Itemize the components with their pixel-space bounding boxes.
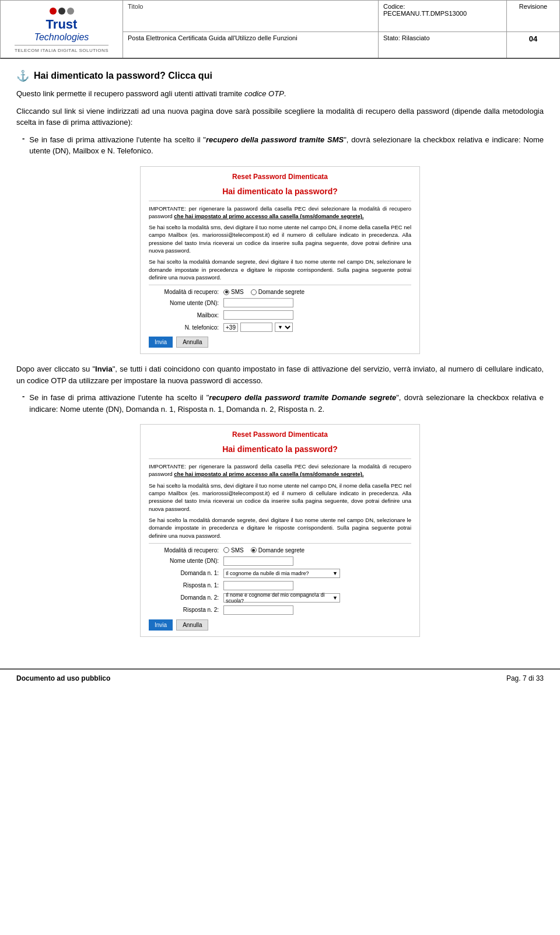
ss1-important-text: IMPORTANTE: per rigenerare la password d… [149,205,411,220]
ss2-risposta1-row: Risposta n. 1: [149,581,411,590]
para1-italic: codice OTP [244,89,284,98]
paragraph-3: Dopo aver cliccato su "Invia", se tutti … [16,363,544,386]
ss1-nome-label: Nome utente (DN): [149,300,219,306]
ss1-tel-row: N. telefonico: +39 ▼ [149,323,411,332]
ss1-tel-label: N. telefonico: [149,324,219,331]
ss2-risposta1-label: Risposta n. 1: [149,582,219,589]
ss1-tel-group: +39 ▼ [223,323,293,332]
ss2-risposta2-label: Risposta n. 2: [149,607,219,613]
ss2-nome-input[interactable] [223,556,293,566]
bullet2-pre: Se in fase di prima attivazione l'utente… [29,393,209,402]
codice-label: Codice: [383,3,405,10]
ss2-important-text: IMPORTANTE: per rigenerare la password d… [149,463,411,478]
ss2-domande-radio-label: Domande segrete [258,547,305,554]
ss2-domanda2-value: Il nome e cognome del mio compagno\a di … [226,592,332,604]
ss1-domande-radio[interactable]: Domande segrete [251,289,305,295]
ss1-nome-row: Nome utente (DN): [149,298,411,307]
ss2-modalita-row: Modalità di recupero: SMS Domande segret… [149,547,411,554]
ss2-domanda1-row: Domanda n. 1: Il cognome da nubile di mi… [149,569,411,578]
para1-pre: Questo link permette il recupero passwor… [16,89,244,98]
bullet-item-domande: - Se in fase di prima attivazione l'uten… [16,392,544,415]
revisione-label: Revisione [507,1,559,32]
ss1-modalita-row: Modalità di recupero: SMS Domande segret… [149,289,411,295]
ss2-domande-text: Se hai scelto la modalità domande segret… [149,516,411,540]
company-logo: Trust Technologies TELECOM ITALIA DIGITA… [1,1,123,58]
ss1-annulla-button[interactable]: Annulla [176,337,208,348]
ss1-sms-radio[interactable]: SMS [223,289,244,295]
ss1-tel-select[interactable]: ▼ [275,323,293,332]
ss2-domanda2-arrow: ▼ [332,595,338,601]
ss1-domande-radio-circle [251,289,257,295]
ss2-nome-row: Nome utente (DN): [149,556,411,566]
ss2-button-row: Invia Annulla [149,619,411,631]
ss2-domanda1-select[interactable]: Il cognome da nubile di mia madre? ▼ [223,569,340,578]
codice-header: Codice: PECEMANU.TT.DMPS13000 [379,1,507,32]
ss1-sms-text: Se hai scelto la modalità sms, devi digi… [149,223,411,254]
ss1-button-row: Invia Annulla [149,337,411,348]
ss2-sms-radio-label: SMS [231,547,244,554]
bullet-item-sms: - Se in fase di prima attivazione l'uten… [16,134,544,157]
ss2-risposta2-row: Risposta n. 2: [149,605,411,615]
bullet2-bold: recupero della password tramite Domande … [209,393,396,402]
ss1-tel-number-input[interactable] [240,323,272,332]
ss1-mailbox-row: Mailbox: [149,310,411,320]
logo-dot-red [50,8,57,15]
ss2-risposta1-input[interactable] [223,581,293,590]
ss1-modalita-label: Modalità di recupero: [149,289,219,295]
titolo-value: Posta Elettronica Certificata Guida all'… [123,32,379,58]
paragraph-1: Questo link permette il recupero passwor… [16,88,544,100]
logo-trust-text: Trust [15,17,108,32]
stato-value: Stato: Rilasciato [379,32,507,58]
para1-end: . [284,89,286,98]
ss2-sms-radio[interactable]: SMS [223,547,244,554]
ss2-domande-radio-circle [251,547,257,553]
ss1-mailbox-input[interactable] [223,310,293,320]
ss1-invia-button[interactable]: Invia [149,337,173,348]
ss2-domanda1-arrow: ▼ [332,570,338,576]
section-title-text: Hai dimenticato la password? Clicca qui [34,71,212,81]
ss2-risposta2-input[interactable] [223,605,293,615]
ss1-sms-radio-label: SMS [231,289,244,295]
screenshot-sms: Reset Password Dimenticata Hai dimentica… [140,166,420,355]
bullet1-pre: Se in fase di prima attivazione l'utente… [29,135,206,144]
ss2-domanda1-value: Il cognome da nubile di mia madre? [226,570,309,576]
ss1-tel-prefix: +39 [223,323,238,332]
ss2-domanda2-select[interactable]: Il nome e cognome del mio compagno\a di … [223,593,340,603]
logo-tech-text: Technologies [15,32,108,43]
titolo-label: Titolo [123,1,379,32]
ss1-nome-input[interactable] [223,298,293,307]
bullet-text-1: Se in fase di prima attivazione l'utente… [29,134,544,157]
ss2-annulla-button[interactable]: Annulla [176,619,208,631]
ss2-invia-button[interactable]: Invia [149,619,173,631]
bullet1-bold: recupero della password tramite SMS [206,135,344,144]
logo-dot-dark [58,8,65,15]
revisione-value: 04 [507,32,559,58]
footer-right-text: Pag. 7 di 33 [506,674,544,682]
logo-dot-gray [67,8,74,15]
ss2-domanda2-label: Domanda n. 2: [149,594,219,601]
ss1-domande-radio-label: Domande segrete [258,289,305,295]
ss2-nome-label: Nome utente (DN): [149,558,219,564]
ss1-sms-radio-circle [223,289,229,295]
para3-bold: Invia [95,365,113,373]
ss1-important-underline: che hai impostato al primo accesso alla … [174,213,363,219]
para3-pre: Dopo aver cliccato su " [16,365,95,373]
ss1-main-title: Hai dimenticato la password? [149,187,411,196]
ss2-domande-radio[interactable]: Domande segrete [251,547,305,554]
ss2-modalita-label: Modalità di recupero: [149,547,219,554]
paragraph-2: Cliccando sul link si viene indirizzati … [16,106,544,128]
screenshot-domande: Reset Password Dimenticata Hai dimentica… [140,424,420,637]
ss1-radio-group[interactable]: SMS Domande segrete [223,289,304,295]
ss2-main-title: Hai dimenticato la password? [149,444,411,454]
logo-sub-text: TELECOM ITALIA DIGITAL SOLUTIONS [15,45,108,53]
ss1-domande-text: Se hai scelto la modalità domande segret… [149,258,411,281]
ss2-radio-group[interactable]: SMS Domande segrete [223,547,304,554]
ss1-title-bar: Reset Password Dimenticata [149,173,411,183]
document-footer: Documento ad uso pubblico Pag. 7 di 33 [0,668,560,687]
ss2-domanda2-row: Domanda n. 2: Il nome e cognome del mio … [149,593,411,603]
bullet-text-2: Se in fase di prima attivazione l'utente… [29,392,544,415]
ss1-mailbox-label: Mailbox: [149,312,219,318]
ss2-domanda1-label: Domanda n. 1: [149,570,219,576]
stato-label: Stato: [383,34,400,41]
section-title: ⚓ Hai dimenticato la password? Clicca qu… [16,69,544,82]
